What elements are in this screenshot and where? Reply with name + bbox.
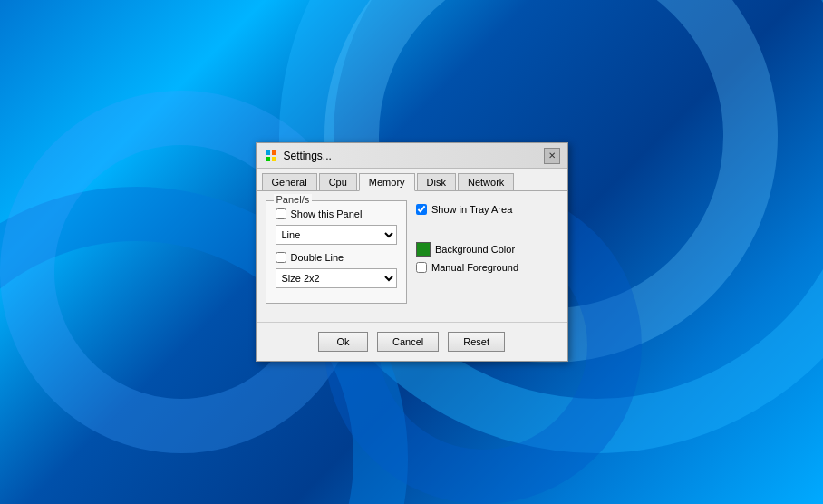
settings-dialog: Settings... ✕ General Cpu Memory Disk Ne… (256, 142, 568, 362)
svg-rect-2 (266, 157, 270, 161)
show-tray-label: Show in Tray Area (431, 204, 512, 215)
panel-group-legend: Panel/s (274, 194, 313, 205)
title-bar: Settings... ✕ (257, 143, 567, 169)
svg-rect-1 (272, 150, 276, 155)
tab-network[interactable]: Network (458, 173, 514, 191)
line-select[interactable]: Line Bar Pie (276, 225, 398, 245)
svg-rect-3 (272, 157, 276, 161)
size-select-row: Size 2x2 Size 2x3 Size 3x3 (276, 268, 398, 288)
bg-color-label: Background Color (435, 244, 515, 255)
size-select[interactable]: Size 2x2 Size 2x3 Size 3x3 (276, 268, 398, 288)
tab-cpu[interactable]: Cpu (319, 173, 357, 191)
color-section: Background Color Manual Foreground (416, 242, 558, 273)
content-area: Panel/s Show this Panel Line Bar Pie (266, 200, 558, 313)
cancel-button[interactable]: Cancel (377, 332, 439, 352)
svg-rect-0 (266, 150, 270, 155)
manual-fg-label: Manual Foreground (431, 262, 518, 273)
tab-general[interactable]: General (262, 173, 317, 191)
tab-memory[interactable]: Memory (359, 173, 415, 191)
manual-fg-row: Manual Foreground (416, 262, 558, 273)
show-panel-row: Show this Panel (276, 208, 398, 219)
manual-fg-checkbox[interactable] (416, 262, 427, 273)
show-panel-checkbox[interactable] (276, 208, 286, 219)
dialog-overlay: Settings... ✕ General Cpu Memory Disk Ne… (0, 0, 823, 504)
panel-group: Panel/s Show this Panel Line Bar Pie (266, 200, 408, 304)
tab-disk[interactable]: Disk (417, 173, 456, 191)
button-row: Ok Cancel Reset (257, 322, 567, 361)
close-button[interactable]: ✕ (544, 148, 560, 164)
dialog-title: Settings... (284, 150, 332, 162)
show-tray-checkbox[interactable] (416, 204, 427, 215)
title-bar-left: Settings... (264, 149, 332, 163)
double-line-label: Double Line (291, 252, 344, 263)
show-panel-label: Show this Panel (291, 208, 363, 219)
double-line-checkbox[interactable] (276, 252, 286, 263)
line-select-row: Line Bar Pie (276, 225, 398, 245)
right-panel: Show in Tray Area Background Color Manua… (416, 200, 558, 313)
bg-color-row: Background Color (416, 242, 558, 257)
app-icon (264, 149, 278, 163)
dialog-body: Panel/s Show this Panel Line Bar Pie (257, 190, 567, 322)
show-tray-row: Show in Tray Area (416, 204, 558, 215)
left-panel: Panel/s Show this Panel Line Bar Pie (266, 200, 408, 313)
tab-bar: General Cpu Memory Disk Network (257, 169, 567, 190)
bg-color-swatch[interactable] (416, 242, 431, 257)
double-line-row: Double Line (276, 252, 398, 263)
reset-button[interactable]: Reset (448, 332, 505, 352)
ok-button[interactable]: Ok (318, 332, 368, 352)
